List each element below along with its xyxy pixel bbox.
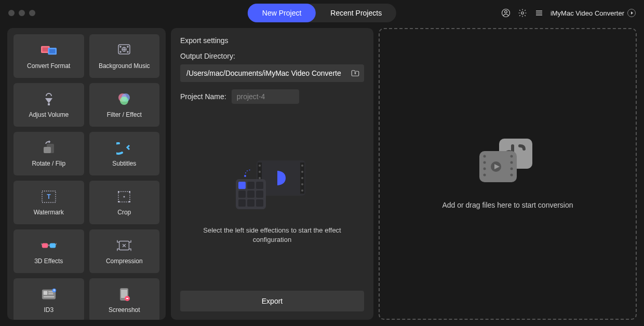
dropzone-illustration	[479, 139, 536, 185]
tools-sidebar: Convert Format Background Music Adjust V…	[7, 28, 166, 320]
svg-rect-13	[48, 103, 50, 105]
svg-rect-18	[44, 147, 51, 153]
svg-rect-35	[43, 296, 54, 297]
svg-rect-57	[256, 182, 263, 189]
close-window-icon[interactable]	[8, 10, 15, 16]
tool-compression[interactable]: Compression	[89, 229, 160, 273]
svg-rect-24	[118, 201, 119, 202]
output-directory-field[interactable]: /Users/mac/Documents/iMyMac Video Conver…	[180, 64, 364, 82]
svg-rect-25	[129, 201, 130, 202]
tool-3d-effects[interactable]: 3D Effects	[14, 229, 84, 273]
tool-watermark[interactable]: T Watermark	[14, 181, 84, 224]
tool-label: Screenshot	[109, 306, 140, 314]
svg-point-49	[301, 165, 303, 167]
svg-point-75	[510, 174, 513, 176]
svg-rect-34	[48, 293, 53, 294]
svg-point-53	[301, 189, 303, 192]
svg-rect-63	[256, 199, 263, 207]
svg-point-44	[259, 165, 261, 167]
svg-rect-60	[256, 191, 263, 198]
svg-rect-27	[42, 243, 48, 248]
project-name-input[interactable]	[232, 89, 299, 104]
svg-point-9	[120, 46, 121, 47]
settings-icon[interactable]	[517, 8, 528, 18]
svg-point-45	[259, 171, 261, 173]
tab-new-project[interactable]: New Project	[248, 4, 316, 22]
project-name-label: Project Name:	[180, 92, 226, 101]
tool-background-music[interactable]: Background Music	[89, 34, 160, 78]
export-button[interactable]: Export	[180, 291, 364, 311]
svg-rect-58	[238, 191, 246, 198]
svg-point-64	[244, 175, 246, 177]
effect-placeholder-illustration	[236, 160, 308, 215]
account-icon[interactable]	[501, 8, 511, 18]
svg-rect-40	[126, 298, 128, 299]
music-icon	[116, 43, 132, 58]
minimize-window-icon[interactable]	[19, 10, 25, 16]
svg-rect-56	[247, 182, 254, 189]
rotate-icon	[41, 140, 57, 156]
svg-point-51	[301, 177, 303, 179]
tool-crop[interactable]: Crop	[89, 181, 160, 224]
glasses-icon	[41, 238, 57, 253]
tool-label: Rotate / Flip	[32, 160, 65, 167]
project-tabs: New Project Recent Projects	[248, 4, 396, 22]
tool-label: Filter / Effect	[107, 111, 142, 118]
effect-hint: Select the left side effections to start…	[197, 226, 347, 244]
svg-point-26	[124, 196, 125, 198]
svg-point-68	[483, 155, 486, 158]
volume-icon	[41, 91, 57, 107]
svg-rect-61	[238, 199, 246, 207]
maximize-window-icon[interactable]	[29, 10, 35, 16]
svg-point-12	[127, 51, 128, 52]
convert-format-icon	[41, 43, 57, 58]
id3-icon	[41, 287, 57, 302]
screenshot-icon	[116, 287, 132, 302]
app-logo-icon	[627, 9, 636, 17]
svg-point-73	[510, 161, 513, 164]
tool-subtitles[interactable]: Subtitles	[89, 132, 160, 175]
svg-rect-29	[48, 244, 50, 246]
compression-icon	[116, 238, 132, 253]
svg-point-46	[259, 177, 261, 179]
tab-recent-projects[interactable]: Recent Projects	[316, 4, 396, 22]
subtitles-icon	[116, 140, 132, 156]
tool-label: Watermark	[34, 209, 64, 216]
svg-rect-6	[49, 49, 56, 53]
svg-rect-22	[118, 191, 119, 193]
tool-screenshot[interactable]: Screenshot	[89, 278, 160, 320]
tool-label: Convert Format	[27, 62, 70, 70]
export-panel: Export settings Output Directory: /Users…	[171, 28, 373, 320]
dropzone-text: Add or drag files here to start conversi…	[442, 201, 573, 209]
svg-point-69	[483, 161, 486, 164]
svg-point-11	[120, 51, 121, 52]
tool-rotate-flip[interactable]: Rotate / Flip	[14, 132, 84, 175]
tool-convert-format[interactable]: Convert Format	[14, 34, 84, 78]
svg-text:T: T	[47, 193, 51, 200]
app-title: iMyMac Video Converter	[551, 9, 636, 17]
window-controls	[8, 10, 35, 16]
crop-icon	[116, 189, 132, 205]
svg-point-71	[483, 174, 486, 176]
svg-point-70	[483, 168, 486, 170]
tool-filter-effect[interactable]: Filter / Effect	[89, 83, 160, 127]
svg-rect-59	[247, 191, 254, 198]
svg-rect-28	[50, 243, 56, 248]
tool-id3[interactable]: ID3	[14, 278, 84, 320]
svg-point-74	[510, 168, 513, 170]
menu-icon[interactable]	[534, 8, 544, 18]
tool-label: ID3	[44, 306, 53, 314]
svg-rect-32	[43, 291, 47, 295]
svg-rect-23	[129, 191, 130, 193]
svg-point-72	[510, 155, 513, 158]
file-dropzone[interactable]: Add or drag files here to start conversi…	[379, 28, 637, 320]
tool-label: Subtitles	[112, 160, 136, 167]
export-heading: Export settings	[180, 36, 364, 45]
svg-point-10	[127, 46, 128, 47]
tool-adjust-volume[interactable]: Adjust Volume	[14, 83, 84, 127]
svg-point-2	[521, 12, 524, 15]
svg-rect-62	[247, 199, 254, 207]
svg-rect-55	[238, 182, 246, 189]
tool-label: Compression	[106, 257, 143, 265]
browse-folder-icon[interactable]	[351, 69, 360, 78]
